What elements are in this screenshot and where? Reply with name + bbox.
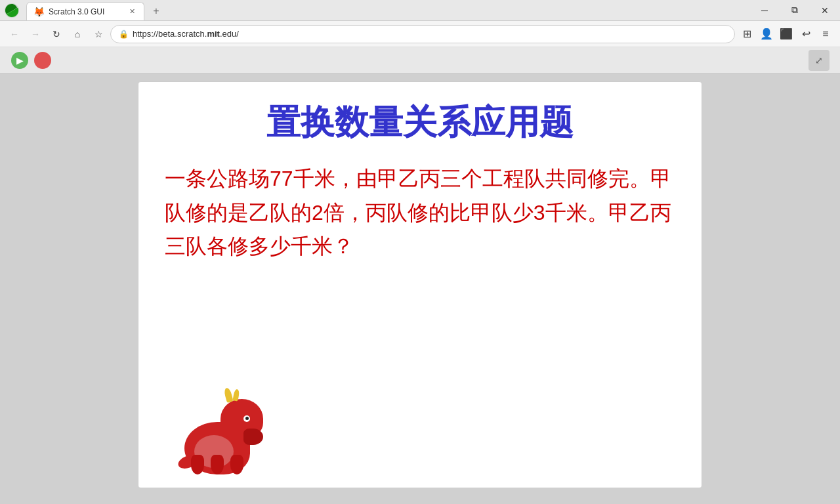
tab-title-text: Scratch 3.0 GUI	[49, 7, 123, 16]
back-button[interactable]: ←	[5, 25, 24, 43]
window-controls: ─ ⧉ ✕	[749, 0, 840, 20]
dragon-pupil	[245, 417, 249, 420]
nav-bar: ← → ↻ ⌂ ☆ 🔒 https://beta.scratch.mit.edu…	[0, 21, 840, 47]
scratch-stage: 置换数量关系应用题 一条公路场77千米，由甲乙丙三个工程队共同修完。甲队修的是乙…	[138, 81, 702, 488]
history-button[interactable]: ↩	[797, 25, 815, 43]
close-button[interactable]: ✕	[810, 0, 840, 21]
secure-icon: 🔒	[119, 30, 129, 39]
browser-logo	[3, 1, 21, 20]
dragon-leg3	[230, 455, 243, 474]
stop-button[interactable]	[34, 52, 51, 69]
browser-window: 🦊 Scratch 3.0 GUI ✕ + ─ ⧉ ✕ ← → ↻ ⌂ ☆ 🔒 …	[0, 0, 840, 504]
dragon-leg2	[211, 455, 224, 474]
active-tab[interactable]: 🦊 Scratch 3.0 GUI ✕	[26, 2, 144, 20]
address-bar[interactable]: 🔒 https://beta.scratch.mit.edu/	[110, 25, 735, 43]
browser-logo-svg	[4, 3, 20, 18]
fullscreen-button[interactable]: ⤢	[808, 50, 830, 71]
fullscreen-icon: ⤢	[815, 55, 823, 66]
restore-button[interactable]: ⧉	[780, 0, 810, 21]
profile-button[interactable]: 👤	[757, 25, 776, 43]
sidebar-button[interactable]: ⬛	[777, 25, 795, 43]
title-bar: 🦊 Scratch 3.0 GUI ✕ + ─ ⧉ ✕	[0, 0, 840, 21]
extensions-button[interactable]: ⊞	[738, 25, 756, 43]
dragon-sprite	[178, 396, 263, 474]
tab-bar: 🦊 Scratch 3.0 GUI ✕ +	[24, 0, 165, 20]
stage-body: 一条公路场77千米，由甲乙丙三个工程队共同修完。甲队修的是乙队的2倍，丙队修的比…	[165, 162, 675, 263]
minimize-button[interactable]: ─	[749, 0, 780, 21]
bookmark-button[interactable]: ☆	[89, 25, 108, 43]
content-area: 置换数量关系应用题 一条公路场77千米，由甲乙丙三个工程队共同修完。甲队修的是乙…	[0, 74, 840, 504]
home-button[interactable]: ⌂	[68, 25, 87, 43]
scratch-toolbar: ▶ ⤢	[0, 47, 840, 74]
nav-right-controls: ⊞ 👤 ⬛ ↩ ≡	[738, 25, 835, 43]
green-flag-button[interactable]: ▶	[10, 51, 29, 70]
more-button[interactable]: ≡	[816, 25, 835, 43]
refresh-button[interactable]: ↻	[47, 25, 66, 43]
dragon-leg1	[191, 455, 204, 474]
tab-close-button[interactable]: ✕	[127, 7, 137, 17]
tab-favicon: 🦊	[33, 7, 45, 17]
stage-title: 置换数量关系应用题	[165, 102, 675, 142]
new-tab-button[interactable]: +	[147, 2, 165, 20]
address-url: https://beta.scratch.mit.edu/	[133, 29, 239, 39]
dragon-snout	[243, 429, 263, 445]
dragon-horn1	[223, 387, 233, 403]
flag-icon: ▶	[11, 52, 28, 69]
forward-button[interactable]: →	[26, 25, 45, 43]
